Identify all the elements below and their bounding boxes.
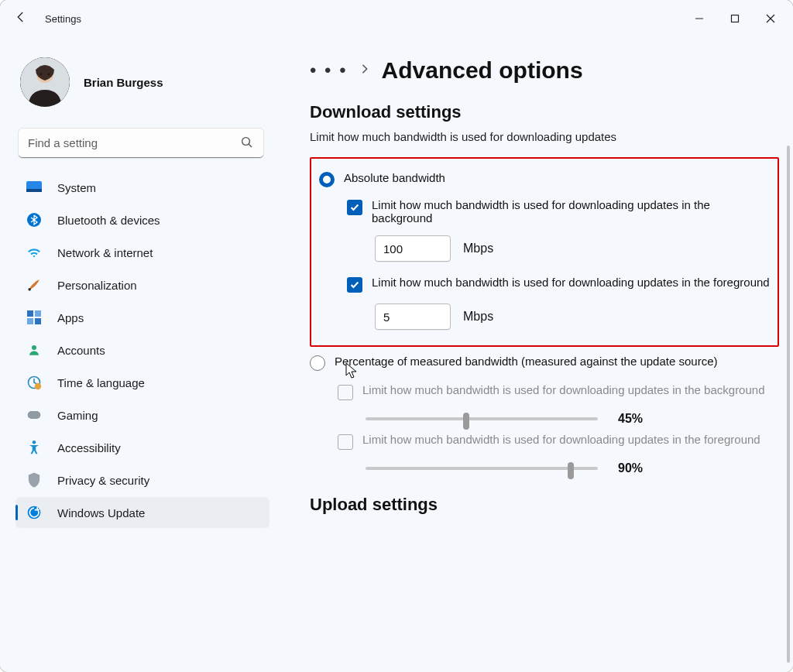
checkbox-fg-limit[interactable]: Limit how much bandwidth is used for dow… — [347, 276, 770, 293]
download-subtitle: Limit how much bandwidth is used for dow… — [310, 130, 779, 143]
chevron-right-icon — [360, 63, 369, 77]
minimize-button[interactable] — [681, 6, 717, 31]
pct-fg-slider — [366, 461, 598, 476]
breadcrumb-more-icon[interactable]: • • • — [310, 67, 348, 74]
svg-rect-16 — [27, 318, 33, 324]
svg-rect-15 — [35, 310, 41, 317]
sidebar-item-label: System — [57, 181, 96, 194]
sidebar-item-label: Accessibility — [57, 441, 121, 454]
radio-percentage[interactable]: Percentage of measured bandwidth (measur… — [310, 355, 779, 371]
highlight-box: Absolute bandwidth Limit how much bandwi… — [310, 157, 779, 347]
search-box[interactable] — [19, 129, 263, 158]
upload-section-title: Upload settings — [310, 495, 779, 515]
page-title: Advanced options — [382, 57, 583, 84]
pct-fg-value: 90% — [618, 461, 643, 475]
sidebar: Brian Burgess System Bluetooth & devices — [0, 37, 279, 672]
svg-point-18 — [32, 345, 36, 350]
search-input[interactable] — [19, 129, 263, 158]
svg-rect-21 — [28, 411, 41, 419]
maximize-button[interactable] — [717, 6, 753, 31]
checkbox-icon — [338, 434, 353, 450]
checkbox-pct-bg: Limit how much bandwidth is used for dow… — [338, 383, 779, 400]
sidebar-item-time[interactable]: Time & language — [15, 367, 269, 398]
pct-bg-value: 45% — [618, 412, 643, 426]
breadcrumb: • • • Advanced options — [310, 57, 779, 84]
sidebar-item-label: Network & internet — [57, 246, 153, 259]
radio-absolute[interactable]: Absolute bandwidth — [319, 171, 770, 187]
profile-name: Brian Burgess — [84, 76, 163, 89]
accessibility-icon — [26, 440, 42, 455]
svg-rect-14 — [27, 310, 33, 317]
wifi-icon — [26, 245, 42, 260]
svg-point-7 — [48, 73, 50, 76]
sidebar-item-system[interactable]: System — [15, 172, 269, 203]
sidebar-item-label: Gaming — [57, 409, 98, 422]
svg-rect-1 — [732, 15, 739, 22]
checkbox-label: Limit how much bandwidth is used for dow… — [372, 276, 770, 289]
clock-globe-icon — [26, 375, 42, 390]
avatar — [20, 57, 70, 107]
unit-label: Mbps — [463, 242, 493, 255]
search-icon — [240, 135, 254, 153]
system-icon — [26, 180, 42, 195]
sidebar-item-label: Bluetooth & devices — [57, 214, 160, 227]
sidebar-item-label: Time & language — [57, 376, 145, 389]
checkbox-label: Limit how much bandwidth is used for dow… — [362, 433, 760, 446]
checkbox-icon — [347, 200, 362, 215]
app-title: Settings — [45, 13, 81, 25]
svg-point-8 — [242, 138, 250, 146]
bluetooth-icon — [26, 212, 42, 228]
svg-point-22 — [33, 441, 36, 444]
apps-icon — [26, 310, 42, 325]
sidebar-item-gaming[interactable]: Gaming — [15, 399, 269, 430]
svg-point-6 — [40, 73, 43, 76]
fg-bandwidth-input[interactable] — [375, 303, 451, 330]
checkbox-label: Limit how much bandwidth is used for dow… — [362, 383, 765, 396]
radio-icon — [319, 172, 335, 187]
nav-list: System Bluetooth & devices Network & int… — [15, 172, 269, 528]
sidebar-item-update[interactable]: Windows Update — [15, 497, 269, 528]
svg-point-13 — [28, 288, 31, 291]
gamepad-icon — [26, 407, 42, 423]
radio-label: Percentage of measured bandwidth (measur… — [335, 355, 717, 368]
radio-icon — [310, 355, 325, 371]
checkbox-icon — [338, 385, 353, 400]
close-button[interactable] — [753, 6, 788, 31]
checkbox-bg-limit[interactable]: Limit how much bandwidth is used for dow… — [347, 198, 770, 225]
sidebar-item-label: Personalization — [57, 279, 137, 292]
svg-rect-11 — [26, 189, 42, 192]
sidebar-item-label: Accounts — [57, 344, 105, 357]
profile-block[interactable]: Brian Burgess — [15, 53, 269, 119]
shield-icon — [26, 472, 42, 488]
unit-label: Mbps — [463, 310, 493, 324]
sidebar-item-label: Apps — [57, 311, 84, 324]
sidebar-item-network[interactable]: Network & internet — [15, 237, 269, 268]
person-icon — [26, 342, 42, 358]
checkbox-pct-fg: Limit how much bandwidth is used for dow… — [338, 433, 779, 450]
brush-icon — [26, 277, 42, 293]
sidebar-item-privacy[interactable]: Privacy & security — [15, 465, 269, 495]
pct-bg-slider — [366, 411, 598, 427]
bg-bandwidth-input[interactable] — [375, 235, 451, 262]
svg-point-20 — [35, 383, 41, 389]
download-section-title: Download settings — [310, 102, 779, 122]
sidebar-item-label: Windows Update — [57, 506, 145, 519]
svg-rect-17 — [35, 318, 41, 324]
radio-label: Absolute bandwidth — [344, 171, 445, 184]
scrollbar[interactable] — [787, 146, 790, 663]
titlebar: Settings — [0, 0, 793, 37]
svg-line-9 — [249, 144, 252, 147]
sidebar-item-apps[interactable]: Apps — [15, 302, 269, 333]
settings-window: Settings — [0, 0, 793, 672]
sidebar-item-bluetooth[interactable]: Bluetooth & devices — [15, 204, 269, 235]
checkbox-icon — [347, 277, 362, 293]
update-icon — [26, 505, 42, 520]
sidebar-item-accounts[interactable]: Accounts — [15, 334, 269, 365]
back-button[interactable] — [14, 10, 28, 27]
sidebar-item-personalization[interactable]: Personalization — [15, 269, 269, 300]
checkbox-label: Limit how much bandwidth is used for dow… — [372, 198, 770, 225]
sidebar-item-label: Privacy & security — [57, 474, 149, 487]
sidebar-item-accessibility[interactable]: Accessibility — [15, 432, 269, 463]
main-content: • • • Advanced options Download settings… — [279, 37, 793, 672]
